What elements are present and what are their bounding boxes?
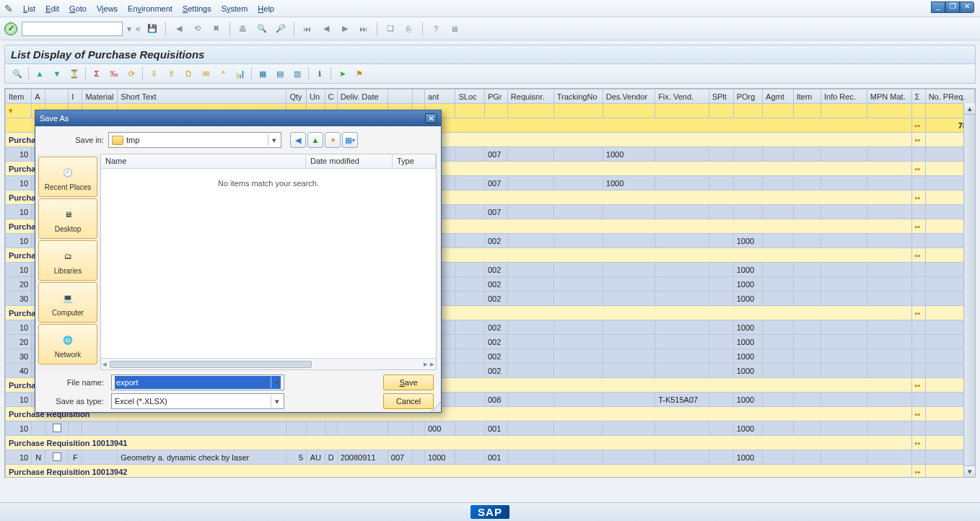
- cancel-button[interactable]: Cancel: [383, 393, 434, 409]
- col-splt[interactable]: SPlt: [709, 89, 733, 104]
- menu-settings[interactable]: Settings: [183, 4, 211, 13]
- scroll-thumb[interactable]: [110, 361, 312, 368]
- last-page-icon[interactable]: ⏭: [356, 22, 371, 36]
- dialog-titlebar[interactable]: Save As ✕: [35, 110, 441, 126]
- col-item[interactable]: Item: [6, 89, 32, 104]
- back-icon[interactable]: ◀: [172, 22, 186, 36]
- col-material[interactable]: Material: [82, 89, 118, 104]
- col-desvendor[interactable]: Des.Vendor: [603, 89, 655, 104]
- command-field[interactable]: [22, 22, 123, 36]
- abc-icon[interactable]: ᴬ: [216, 67, 229, 80]
- refresh-icon[interactable]: ⟳: [125, 67, 138, 80]
- scroll-up-icon[interactable]: ▴: [964, 103, 975, 115]
- col-qty[interactable]: Qty: [286, 89, 307, 104]
- save-type-combo[interactable]: Excel (*.XLSX) ▾: [111, 393, 284, 409]
- col-nopreq[interactable]: No. PReq.: [925, 89, 974, 104]
- col-inforec[interactable]: Info Rec.: [821, 89, 867, 104]
- ok-button[interactable]: ✓: [4, 22, 17, 35]
- mail-icon[interactable]: ✉: [199, 67, 212, 80]
- menu-help[interactable]: Help: [258, 4, 274, 13]
- menu-goto[interactable]: Goto: [69, 4, 87, 13]
- export-word-icon[interactable]: ⇪: [165, 67, 178, 80]
- col-agmt[interactable]: Agmt: [763, 89, 794, 104]
- next-page-icon[interactable]: ▶: [338, 22, 352, 36]
- export-excel-icon[interactable]: ⇩: [147, 67, 160, 80]
- save-layout-icon[interactable]: ▥: [291, 67, 304, 80]
- cancel-icon[interactable]: ✖: [209, 22, 224, 36]
- dialog-close-button[interactable]: ✕: [425, 113, 437, 123]
- local-file-icon[interactable]: 🗋: [182, 67, 195, 80]
- nav-views-icon[interactable]: ▦▾: [342, 132, 358, 148]
- restore-button[interactable]: ❐: [945, 1, 960, 13]
- file-name-input[interactable]: [115, 376, 281, 389]
- table-row[interactable]: 10NFGeometry a. dynamic check by laser5A…: [6, 450, 975, 465]
- col-deliv[interactable]: Deliv. Date: [337, 89, 388, 104]
- info-icon[interactable]: ℹ: [313, 67, 326, 80]
- col-porg[interactable]: POrg: [733, 89, 762, 104]
- filter-icon[interactable]: ⏳: [68, 67, 81, 80]
- place-network[interactable]: 🌐 Network: [38, 324, 97, 364]
- save-button[interactable]: Save: [383, 375, 434, 390]
- shortcut-icon[interactable]: ⎘: [402, 22, 416, 36]
- place-libraries[interactable]: 🗂 Libraries: [38, 240, 97, 281]
- col-trackingno[interactable]: TrackingNo: [554, 89, 603, 104]
- scroll-right-icon[interactable]: ▸ ▸: [424, 359, 434, 369]
- resize-handle[interactable]: [431, 402, 441, 412]
- chevron-down-icon[interactable]: ▾: [271, 377, 282, 388]
- place-computer[interactable]: 💻 Computer: [38, 282, 97, 323]
- file-list-header[interactable]: Name Date modified Type: [101, 154, 436, 169]
- col-x1[interactable]: [388, 89, 412, 104]
- menu-views[interactable]: Views: [97, 4, 118, 13]
- select-layout-icon[interactable]: ▤: [274, 67, 286, 80]
- col-type[interactable]: Type: [393, 154, 436, 168]
- col-sloc[interactable]: SLoc: [455, 89, 484, 104]
- new-session-icon[interactable]: ❏: [383, 22, 398, 36]
- row-checkbox[interactable]: [53, 424, 61, 432]
- nav-back-icon[interactable]: ◀: [290, 132, 306, 148]
- prev-page-icon[interactable]: ◀: [319, 22, 333, 36]
- nav-newfolder-icon[interactable]: ✶: [325, 132, 341, 148]
- horizontal-scrollbar[interactable]: ◂ ▸ ▸: [101, 358, 436, 369]
- history-collapse-icon[interactable]: «: [136, 24, 141, 34]
- col-mpn[interactable]: MPN Mat.: [867, 89, 911, 104]
- col-short-text[interactable]: Short Text: [118, 89, 286, 104]
- sap-command-icon[interactable]: ✎: [4, 3, 13, 14]
- graphic-icon[interactable]: 📊: [234, 67, 247, 80]
- vertical-scrollbar[interactable]: ▴ ▾: [963, 103, 975, 477]
- print-icon[interactable]: 🖶: [236, 22, 250, 36]
- details-icon[interactable]: 🔍: [11, 67, 24, 80]
- chevron-down-icon[interactable]: ▾: [271, 395, 282, 407]
- col-ant[interactable]: ant: [424, 89, 455, 104]
- change-layout-icon[interactable]: ▦: [256, 67, 269, 80]
- sort-desc-icon[interactable]: ▼: [51, 67, 64, 80]
- col-i[interactable]: I: [69, 89, 82, 104]
- col-x2[interactable]: [412, 89, 424, 104]
- table-row[interactable]: 1000000110001: [6, 421, 975, 436]
- row-checkbox[interactable]: [53, 452, 61, 461]
- history-dropdown-icon[interactable]: ▾: [127, 24, 131, 34]
- scroll-down-icon[interactable]: ▾: [964, 465, 975, 477]
- menu-edit[interactable]: Edit: [45, 4, 59, 13]
- assign-icon[interactable]: ➤: [336, 67, 349, 80]
- col-requisnr[interactable]: Requisnr.: [507, 89, 554, 104]
- services-icon[interactable]: ⚑: [353, 67, 366, 80]
- minimize-button[interactable]: _: [931, 1, 945, 13]
- col-fixvend[interactable]: Fix. Vend.: [655, 89, 709, 104]
- file-name-field[interactable]: ▾: [111, 375, 284, 390]
- col-item2[interactable]: Item: [793, 89, 821, 104]
- col-a[interactable]: A: [32, 89, 45, 104]
- find-icon[interactable]: 🔍: [255, 22, 269, 36]
- save-icon[interactable]: 💾: [145, 22, 159, 36]
- col-c[interactable]: C: [325, 89, 337, 104]
- place-desktop[interactable]: 🖥 Desktop: [38, 198, 97, 239]
- save-in-combo[interactable]: tmp ▾: [108, 132, 281, 148]
- col-pgr[interactable]: PGr: [484, 89, 507, 104]
- menu-list[interactable]: LListist: [23, 4, 35, 13]
- find-next-icon[interactable]: 🔎: [274, 22, 288, 36]
- sum-icon[interactable]: Σ: [90, 67, 103, 80]
- col-name[interactable]: Name: [101, 154, 306, 168]
- col-date[interactable]: Date modified: [306, 154, 393, 168]
- chevron-down-icon[interactable]: ▾: [268, 134, 279, 146]
- menu-system[interactable]: System: [222, 4, 248, 13]
- close-window-button[interactable]: ✕: [960, 1, 974, 13]
